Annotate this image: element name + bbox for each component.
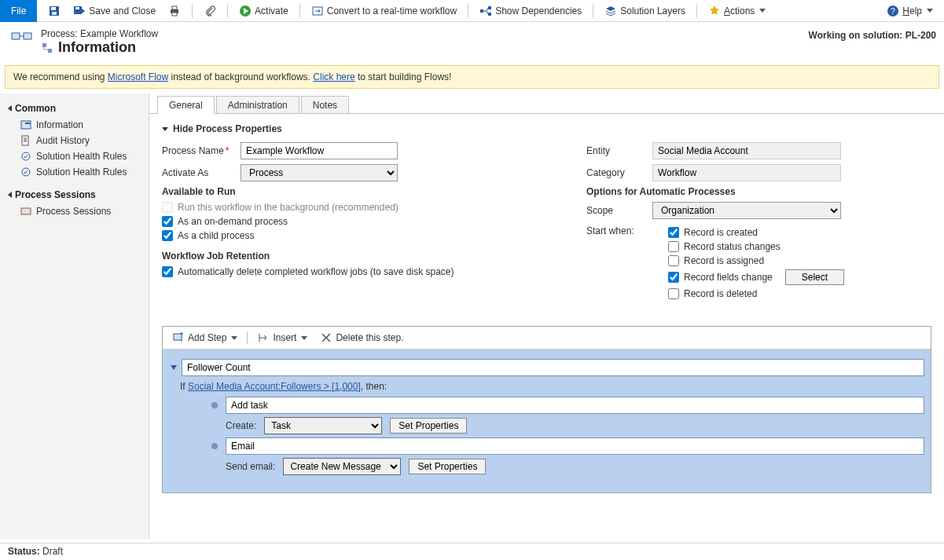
health-icon: [20, 167, 31, 178]
sessions-icon: [20, 206, 31, 217]
delete-icon: [320, 331, 332, 344]
svg-rect-18: [48, 49, 52, 53]
health-icon: [20, 151, 31, 162]
workflow-designer: Add Step Insert Delete this step.: [162, 326, 931, 493]
page-header: Process: Example Workflow Information Wo…: [0, 22, 944, 64]
actions-icon: [708, 5, 721, 17]
chevron-down-icon: [759, 9, 766, 13]
category-input: [652, 164, 841, 181]
svg-rect-24: [21, 208, 31, 214]
file-menu[interactable]: File: [0, 0, 37, 22]
print-button[interactable]: [165, 3, 184, 19]
tab-notes[interactable]: Notes: [301, 96, 349, 114]
banner-click-here-link[interactable]: Click here: [313, 71, 354, 82]
svg-rect-25: [174, 334, 182, 340]
content-area: General Administration Notes Hide Proces…: [149, 93, 944, 539]
tabstrip: General Administration Notes: [157, 93, 944, 114]
svg-rect-10: [480, 9, 483, 13]
entity-input: [652, 142, 841, 159]
set-properties-create-button[interactable]: Set Properties: [390, 418, 467, 434]
process-name-label: Process Name*: [162, 145, 241, 156]
svg-rect-16: [24, 33, 31, 39]
nav-group-sessions[interactable]: Process Sessions: [0, 186, 149, 203]
activate-button[interactable]: Activate: [236, 3, 292, 19]
info-icon: [20, 119, 31, 130]
add-step-icon: [172, 331, 185, 344]
section-hide-properties[interactable]: Hide Process Properties: [162, 123, 931, 134]
scope-label: Scope: [586, 205, 652, 216]
form-scroll[interactable]: Hide Process Properties Process Name* Ac…: [149, 114, 944, 539]
record-assigned-checkbox[interactable]: [668, 255, 679, 266]
svg-rect-6: [172, 6, 177, 9]
convert-icon: [311, 5, 324, 17]
svg-rect-20: [25, 123, 30, 124]
nav-solution-health-1[interactable]: Solution Health Rules: [0, 148, 149, 164]
show-deps-button[interactable]: Show Dependencies: [476, 3, 585, 19]
process-icon: [11, 30, 33, 46]
process-name-input[interactable]: [241, 142, 398, 159]
select-fields-button[interactable]: Select: [785, 269, 844, 285]
send-email-select[interactable]: Create New Message: [283, 458, 401, 475]
child-process-checkbox[interactable]: [162, 230, 173, 241]
save-button[interactable]: [45, 3, 64, 19]
ondemand-checkbox[interactable]: [162, 216, 173, 227]
solution-layers-button[interactable]: Solution Layers: [601, 3, 689, 19]
substep-addtask-input[interactable]: [226, 397, 924, 414]
chevron-down-icon: [927, 9, 933, 13]
banner-flow-link[interactable]: Microsoft Flow: [108, 71, 168, 82]
activate-as-label: Activate As: [162, 167, 241, 178]
condition-link[interactable]: Social Media Account:Followers > [1,000]: [188, 381, 361, 392]
delete-step-button[interactable]: Delete this step.: [317, 330, 406, 346]
set-properties-email-button[interactable]: Set Properties: [409, 459, 486, 474]
svg-rect-15: [12, 33, 20, 39]
nav-solution-health-2[interactable]: Solution Health Rules: [0, 164, 149, 180]
step-name-input[interactable]: [182, 359, 924, 376]
insert-button[interactable]: Insert: [254, 330, 310, 346]
designer-body: If Social Media Account:Followers > [1,0…: [163, 350, 931, 492]
nav-process-sessions[interactable]: Process Sessions: [0, 203, 149, 219]
background-label: Run this workflow in the background (rec…: [178, 202, 399, 213]
tab-general[interactable]: General: [157, 96, 215, 115]
job-retention-header: Workflow Job Retention: [162, 251, 523, 262]
status-bar: Status: Draft: [0, 543, 944, 560]
dependencies-icon: [479, 5, 492, 17]
svg-rect-17: [42, 43, 46, 47]
substep-email-input[interactable]: [226, 437, 924, 455]
fields-change-checkbox[interactable]: [668, 272, 679, 283]
file-label: File: [11, 5, 26, 16]
actions-label: ctions: [730, 5, 755, 16]
solution-layers-label: Solution Layers: [620, 5, 685, 16]
nav-audit-history[interactable]: Audit History: [0, 133, 149, 148]
category-label: Category: [586, 167, 652, 178]
activate-icon: [239, 5, 252, 17]
info-banner: We recommend using Microsoft Flow instea…: [5, 65, 939, 89]
record-deleted-checkbox[interactable]: [668, 288, 679, 299]
add-step-button[interactable]: Add Step: [169, 330, 241, 346]
status-changes-checkbox[interactable]: [668, 241, 679, 252]
create-select[interactable]: Task: [264, 417, 382, 434]
tab-administration[interactable]: Administration: [216, 96, 299, 114]
start-when-label: Start when:: [586, 224, 652, 302]
audit-icon: [20, 135, 31, 146]
help-label: elp: [909, 5, 922, 16]
process-type-label: Process: Example Workflow: [41, 28, 158, 39]
nav-group-common[interactable]: Common: [0, 100, 149, 117]
attach-button[interactable]: [200, 3, 219, 19]
autodelete-checkbox[interactable]: [162, 266, 173, 277]
record-created-checkbox[interactable]: [668, 227, 679, 238]
save-close-icon: [73, 5, 86, 17]
help-button[interactable]: ? Help: [883, 3, 936, 19]
activate-as-select[interactable]: Process: [241, 164, 398, 181]
convert-button[interactable]: Convert to a real-time workflow: [308, 3, 460, 19]
activate-label: Activate: [255, 5, 288, 16]
nav-information[interactable]: Information: [0, 117, 149, 133]
create-label: Create:: [226, 420, 256, 431]
step-caret-icon[interactable]: [171, 365, 177, 370]
save-and-close-button[interactable]: Save and Close: [70, 3, 159, 19]
ondemand-label: As an on-demand process: [178, 216, 288, 227]
svg-rect-7: [172, 13, 177, 16]
top-toolbar: File Save and Close Activate Convert to …: [0, 0, 944, 22]
actions-menu[interactable]: Actions: [705, 3, 769, 19]
scope-select[interactable]: Organization: [652, 202, 841, 219]
bullet-icon: [211, 402, 218, 408]
